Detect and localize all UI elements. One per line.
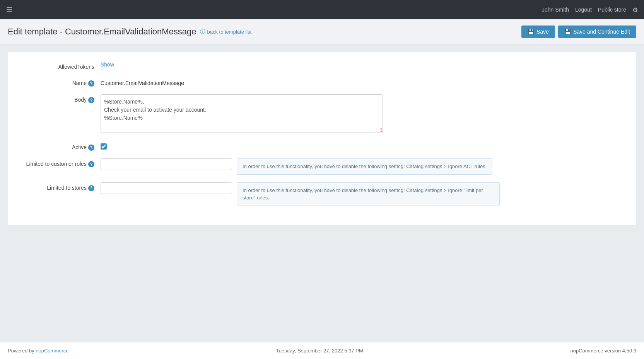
active-checkbox[interactable] xyxy=(101,143,107,150)
active-help-icon[interactable]: ? xyxy=(88,145,94,151)
name-label: Name ? xyxy=(15,78,101,87)
body-control: %Store.Name%, Check your email to activa… xyxy=(101,94,629,134)
name-row: Name ? Customer.EmailValidationMessage xyxy=(15,78,629,87)
limited-customer-roles-row: Limited to customer roles ? In order to … xyxy=(15,158,629,175)
form-card: AllowedTokens Show Name ? Customer.Email… xyxy=(8,52,636,225)
save-button[interactable]: 💾 Save xyxy=(521,26,555,38)
page-title: Edit template - Customer.EmailValidation… xyxy=(8,27,196,37)
active-row: Active ? xyxy=(15,142,629,151)
nav-left: ☰ xyxy=(6,5,12,14)
limited-customer-roles-control: In order to use this functionality, you … xyxy=(101,158,629,175)
body-textarea-wrapper: %Store.Name%, Check your email to activa… xyxy=(101,94,383,134)
save-icon: 💾 xyxy=(528,29,534,35)
username-label: John Smith xyxy=(542,7,569,13)
allowed-tokens-control: Show xyxy=(101,61,629,68)
limited-customer-roles-label: Limited to customer roles ? xyxy=(15,158,101,167)
limited-stores-input[interactable] xyxy=(101,182,232,194)
body-label: Body ? xyxy=(15,94,101,103)
back-to-list-link[interactable]: ⓘ back to template list xyxy=(200,28,251,35)
limited-stores-control: In order to use this functionality, you … xyxy=(101,182,629,206)
info-circle-icon: ⓘ xyxy=(200,28,205,35)
body-help-icon[interactable]: ? xyxy=(88,97,94,103)
limited-stores-help-icon[interactable]: ? xyxy=(88,185,94,191)
limited-customer-roles-help-icon[interactable]: ? xyxy=(88,161,94,167)
body-textarea[interactable]: %Store.Name%, Check your email to activa… xyxy=(101,94,383,133)
allowed-tokens-show-link[interactable]: Show xyxy=(101,61,114,68)
main-content: AllowedTokens Show Name ? Customer.Email… xyxy=(0,44,644,342)
active-label: Active ? xyxy=(15,142,101,151)
top-navigation: ☰ John Smith Logout Public store ⚙ xyxy=(0,0,644,19)
store-warning: In order to use this functionality, you … xyxy=(237,182,500,206)
limited-stores-row: Limited to stores ? In order to use this… xyxy=(15,182,629,206)
limited-customer-roles-input[interactable] xyxy=(101,158,232,170)
logout-link[interactable]: Logout xyxy=(575,7,592,13)
nav-right: John Smith Logout Public store ⚙ xyxy=(542,6,638,14)
public-store-link[interactable]: Public store xyxy=(598,7,626,13)
footer: Powered by nopCommerce Tuesday, Septembe… xyxy=(0,342,644,359)
settings-icon[interactable]: ⚙ xyxy=(632,6,638,14)
page-header: Edit template - Customer.EmailValidation… xyxy=(0,19,644,44)
active-control xyxy=(101,142,629,150)
name-value: Customer.EmailValidationMessage xyxy=(101,78,184,86)
save-continue-label: Save and Continue Edit xyxy=(573,29,630,35)
hamburger-icon[interactable]: ☰ xyxy=(6,5,12,14)
allowed-tokens-row: AllowedTokens Show xyxy=(15,61,629,70)
name-help-icon[interactable]: ? xyxy=(88,80,94,87)
footer-powered-by: Powered by nopCommerce xyxy=(8,348,69,354)
allowed-tokens-label: AllowedTokens xyxy=(15,61,101,70)
body-row: Body ? %Store.Name%, Check your email to… xyxy=(15,94,629,134)
back-link-label: back to template list xyxy=(207,29,251,35)
acl-warning: In order to use this functionality, you … xyxy=(237,158,492,175)
footer-version: nopCommerce version 4.50.3 xyxy=(570,348,636,354)
page-actions: 💾 Save 💾 Save and Continue Edit xyxy=(521,26,636,38)
name-control: Customer.EmailValidationMessage xyxy=(101,78,629,86)
required-star: * xyxy=(380,127,382,133)
save-continue-button[interactable]: 💾 Save and Continue Edit xyxy=(558,26,636,38)
page-title-area: Edit template - Customer.EmailValidation… xyxy=(8,27,251,37)
save-label: Save xyxy=(536,29,549,35)
footer-datetime: Tuesday, September 27, 2022 5:37 PM xyxy=(276,348,363,354)
nopcommerce-link[interactable]: nopCommerce xyxy=(36,348,68,354)
limited-stores-label: Limited to stores ? xyxy=(15,182,101,191)
save-continue-icon: 💾 xyxy=(564,29,571,35)
